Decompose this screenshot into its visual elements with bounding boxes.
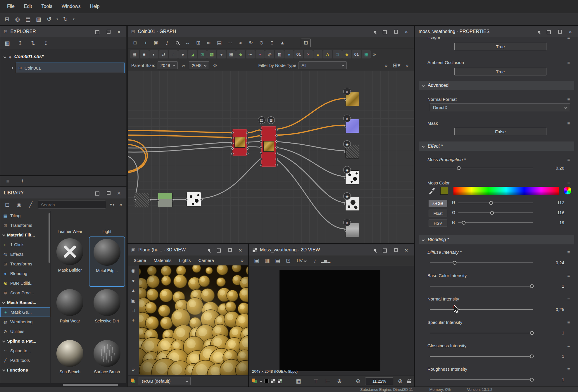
library-category-material-filt[interactable]: Material Filt... — [0, 230, 50, 240]
undo-icon[interactable]: ↺ — [44, 15, 54, 24]
zoom-actual-icon[interactable]: ⊞ — [193, 39, 203, 47]
material-ball-icon[interactable]: ● — [132, 278, 135, 283]
close-button[interactable]: × — [567, 28, 574, 35]
fx-map-icon[interactable]: ◆ — [236, 50, 245, 58]
input-connector[interactable] — [260, 158, 262, 160]
export-icon[interactable]: ↧ — [41, 39, 51, 47]
ruler-vertical-icon[interactable]: ⊢ — [323, 377, 332, 386]
info-icon[interactable]: i — [17, 177, 27, 186]
blend-node-1[interactable] — [232, 129, 247, 156]
redo-menu-chevron-icon[interactable]: ▾ — [71, 15, 76, 24]
maximize-button[interactable] — [226, 246, 234, 253]
zoom-in-icon[interactable]: ⊕ — [396, 377, 405, 386]
copy-image-icon[interactable]: ▣ — [252, 256, 261, 265]
param-menu-icon[interactable]: ≡ — [565, 157, 572, 162]
blend-icon[interactable]: ◐ — [149, 50, 158, 58]
view3d-menu-lights[interactable]: Lights — [175, 256, 194, 264]
input-connector[interactable] — [344, 125, 346, 127]
geometry-icon[interactable]: □ — [132, 308, 135, 313]
graph-row[interactable]: ⊞ Coin001 — [0, 62, 126, 73]
gradient-map-icon[interactable]: ▥ — [275, 50, 284, 58]
output-cube-icon[interactable]: ◈ — [343, 115, 351, 122]
slider-track[interactable] — [458, 203, 533, 203]
output-connector[interactable] — [275, 140, 278, 143]
package-row[interactable]: ◈ Coin001.sbs* — [0, 51, 126, 62]
transform-gizmo-icon[interactable]: ⊡ — [284, 256, 293, 265]
uv-dropdown[interactable]: UV — [295, 256, 308, 265]
section-effect[interactable]: Effect * — [419, 141, 574, 151]
library-item-selective-dirt[interactable]: Selective Dirt — [89, 287, 125, 338]
menu-edit[interactable]: Edit — [19, 1, 37, 11]
selection-icon[interactable]: □ — [333, 50, 342, 58]
sync-icon[interactable]: ⇅ — [28, 39, 38, 47]
param-menu-icon[interactable]: ≡ — [565, 37, 572, 40]
close-button[interactable]: × — [403, 246, 410, 253]
pin-icon[interactable] — [205, 246, 213, 253]
splatter-icon[interactable]: • — [256, 50, 265, 58]
param-menu-icon[interactable]: ≡ — [565, 97, 572, 102]
info-icon[interactable]: i — [310, 256, 319, 265]
view3d-menu-scene[interactable]: Scene — [130, 256, 150, 264]
maximize-button[interactable] — [392, 246, 400, 253]
output-basecolor[interactable]: ◈ — [345, 92, 359, 106]
open-resource-icon[interactable]: ◍ — [13, 15, 22, 24]
more-icon[interactable]: » — [404, 63, 410, 68]
color-swatch[interactable] — [440, 187, 448, 195]
layers-icon[interactable] — [131, 379, 134, 382]
search-icon[interactable] — [172, 39, 182, 47]
output-connector[interactable] — [246, 153, 249, 155]
histogram-icon[interactable]: ▁▅▂ — [321, 256, 331, 265]
input-connector[interactable] — [260, 134, 262, 137]
float-button[interactable] — [94, 28, 102, 35]
grunge-node[interactable] — [158, 193, 172, 207]
zoom-out-icon[interactable]: ⊖ — [353, 377, 363, 386]
axes-icon[interactable]: + — [132, 318, 134, 323]
update-icon[interactable]: ↻ — [246, 39, 256, 47]
menu-tools[interactable]: Tools — [37, 1, 57, 11]
color-spectrum-bar[interactable] — [453, 187, 559, 195]
library-category-scan-proc[interactable]: ⊛Scan Proc... — [0, 288, 50, 298]
output-connector[interactable] — [275, 146, 278, 148]
input-connector[interactable] — [231, 132, 234, 134]
view3d-menu-materials[interactable]: Materials — [150, 256, 175, 264]
input-connector[interactable] — [231, 153, 234, 155]
close-button[interactable]: × — [237, 246, 244, 253]
grayscale-input-node[interactable] — [135, 193, 149, 207]
slider-handle[interactable] — [489, 201, 493, 205]
more-icon[interactable]: » — [239, 258, 245, 263]
undo-menu-chevron-icon[interactable]: ▾ — [55, 15, 60, 24]
pin-icon[interactable] — [371, 28, 379, 35]
gradient-linear-icon[interactable]: ◢ — [188, 50, 197, 58]
input-connector[interactable] — [231, 147, 234, 150]
mask-node[interactable] — [187, 192, 201, 207]
redo-icon[interactable]: ↻ — [61, 15, 70, 24]
maximize-button[interactable] — [105, 189, 112, 196]
library-category-1-click[interactable]: ◐1-Click — [0, 240, 50, 249]
library-category-utilities[interactable]: ⊙Utilities — [0, 327, 50, 336]
save-package-icon[interactable]: ▩ — [3, 39, 12, 47]
input-connector[interactable] — [260, 146, 262, 148]
float-button[interactable] — [382, 28, 389, 35]
curve-icon[interactable]: ≈ — [169, 50, 178, 58]
dots-icon[interactable]: ⋯ — [246, 50, 255, 58]
slider-track[interactable] — [430, 309, 533, 310]
library-item-leather-wear[interactable]: Leather Wear — [52, 213, 88, 236]
text-icon[interactable]: A — [323, 50, 332, 58]
shape-icon[interactable]: ◎ — [265, 50, 274, 58]
graph-canvas[interactable]: ▤⊟◈◈◈◈◈◈ — [128, 71, 414, 243]
invert-icon[interactable]: × — [304, 50, 313, 58]
output-connector[interactable] — [246, 142, 249, 144]
scrollbar-thumb[interactable] — [49, 213, 50, 263]
profile-icon[interactable]: ▲ — [277, 39, 287, 47]
input-connector[interactable] — [231, 137, 234, 139]
library-item-surface-brush[interactable]: Surface Brush — [89, 338, 125, 386]
mask-toggle-button[interactable]: False — [454, 128, 546, 135]
close-button[interactable]: × — [115, 189, 123, 196]
menu-windows[interactable]: Windows — [57, 1, 85, 11]
color-wheel-icon[interactable] — [564, 187, 571, 194]
pixel-processor-icon[interactable]: ▦ — [362, 50, 371, 58]
histogram-icon[interactable]: 01 — [352, 50, 361, 58]
library-category-transforms[interactable]: ⊡Transforms — [0, 220, 50, 230]
view3d-menu-camera[interactable]: Camera — [195, 256, 217, 264]
output-connector[interactable] — [275, 152, 278, 154]
